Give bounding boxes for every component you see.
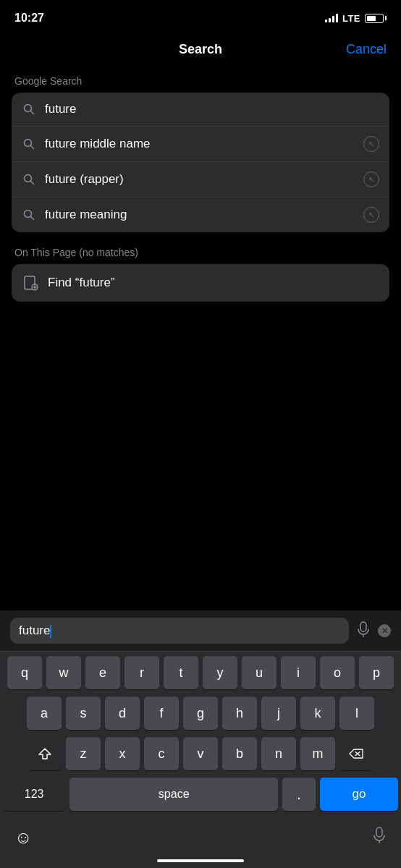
- suggestion-text: future: [45, 102, 379, 116]
- key-m[interactable]: m: [300, 737, 335, 770]
- search-input-bar: future ✕: [0, 610, 401, 652]
- search-icon: [22, 137, 36, 151]
- period-key[interactable]: .: [282, 778, 316, 811]
- key-c[interactable]: c: [144, 737, 179, 770]
- arrow-up-left-icon: ↖: [363, 171, 379, 187]
- search-input-field[interactable]: future: [10, 618, 349, 644]
- key-v[interactable]: v: [183, 737, 218, 770]
- keyboard-row-2: a s d f g h j k l: [3, 697, 398, 730]
- key-p[interactable]: p: [359, 656, 394, 689]
- signal-bars-icon: [325, 14, 338, 22]
- arrow-up-left-icon: ↖: [363, 136, 379, 152]
- space-key[interactable]: space: [69, 778, 278, 811]
- key-r[interactable]: r: [124, 656, 159, 689]
- key-u[interactable]: u: [242, 656, 277, 689]
- key-h[interactable]: h: [222, 697, 257, 730]
- status-time: 10:27: [14, 12, 44, 25]
- microphone-bottom-icon[interactable]: [372, 827, 387, 848]
- keyboard-container: future ✕ q w e r t y u i o p a: [0, 610, 401, 868]
- key-n[interactable]: n: [261, 737, 296, 770]
- svg-line-5: [31, 182, 34, 184]
- on-this-page-label: On This Page (no matches): [12, 247, 389, 258]
- emoji-icon[interactable]: ☺: [14, 827, 33, 848]
- battery-icon: [365, 14, 387, 23]
- key-g[interactable]: g: [183, 697, 218, 730]
- key-a[interactable]: a: [27, 697, 62, 730]
- key-f[interactable]: f: [144, 697, 179, 730]
- search-icon: [22, 102, 36, 116]
- suggestion-item[interactable]: future (rapper) ↖: [12, 162, 389, 197]
- search-content: Google Search future future middle name …: [0, 64, 401, 302]
- key-k[interactable]: k: [300, 697, 335, 730]
- keyboard-row-1: q w e r t y u i o p: [3, 656, 398, 689]
- status-icons: LTE: [325, 13, 387, 24]
- key-j[interactable]: j: [261, 697, 296, 730]
- svg-line-7: [31, 217, 34, 220]
- shift-key[interactable]: [28, 737, 62, 770]
- clear-input-button[interactable]: ✕: [378, 624, 391, 637]
- arrow-up-left-icon: ↖: [363, 207, 379, 223]
- status-bar: 10:27 LTE: [0, 0, 401, 32]
- key-w[interactable]: w: [46, 656, 81, 689]
- cancel-button[interactable]: Cancel: [346, 42, 387, 57]
- suggestion-text: future middle name: [45, 137, 363, 151]
- key-t[interactable]: t: [164, 656, 198, 689]
- go-key[interactable]: go: [320, 778, 398, 811]
- home-indicator: [157, 859, 244, 862]
- key-q[interactable]: q: [7, 656, 42, 689]
- suggestion-item[interactable]: future middle name ↖: [12, 127, 389, 162]
- search-input[interactable]: future: [19, 624, 340, 638]
- search-icon: [22, 172, 36, 187]
- find-text: Find “future”: [48, 276, 115, 290]
- suggestions-list: future future middle name ↖ future (rapp…: [12, 93, 389, 232]
- key-l[interactable]: l: [339, 697, 374, 730]
- svg-rect-16: [376, 827, 382, 837]
- key-z[interactable]: z: [66, 737, 101, 770]
- key-x[interactable]: x: [105, 737, 140, 770]
- search-icon: [22, 208, 36, 222]
- find-on-page-box: Find “future”: [12, 264, 389, 302]
- microphone-icon[interactable]: [356, 621, 371, 641]
- suggestion-item[interactable]: future meaning ↖: [12, 197, 389, 232]
- find-on-page-item[interactable]: Find “future”: [12, 264, 389, 302]
- svg-rect-12: [360, 622, 366, 631]
- suggestion-text: future (rapper): [45, 172, 363, 187]
- lte-label: LTE: [342, 13, 360, 24]
- key-o[interactable]: o: [320, 656, 355, 689]
- suggestion-text: future meaning: [45, 208, 363, 222]
- page-title: Search: [179, 42, 222, 57]
- text-cursor: [50, 625, 51, 638]
- google-search-label: Google Search: [12, 75, 389, 87]
- key-i[interactable]: i: [281, 656, 316, 689]
- key-d[interactable]: d: [105, 697, 140, 730]
- key-y[interactable]: y: [203, 656, 237, 689]
- key-b[interactable]: b: [222, 737, 257, 770]
- keyboard-row-4: 123 space . go: [3, 778, 398, 811]
- delete-key[interactable]: [339, 737, 373, 770]
- keyboard-row-3: z x c v b n m: [3, 737, 398, 770]
- find-icon: [22, 274, 39, 292]
- nav-bar: Search Cancel: [0, 32, 401, 64]
- svg-line-1: [31, 111, 34, 114]
- suggestion-item[interactable]: future: [12, 93, 389, 127]
- key-s[interactable]: s: [66, 697, 101, 730]
- numbers-key[interactable]: 123: [3, 778, 65, 811]
- key-e[interactable]: e: [85, 656, 120, 689]
- keyboard: q w e r t y u i o p a s d f g h j k l: [0, 652, 401, 821]
- svg-line-3: [31, 146, 34, 149]
